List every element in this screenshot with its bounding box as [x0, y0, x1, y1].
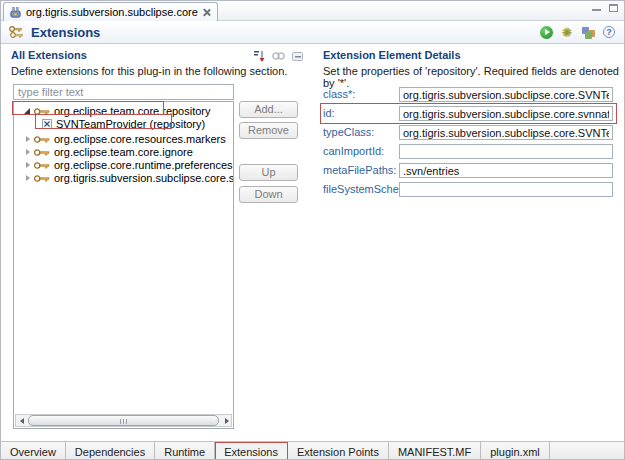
tree-item-repository[interactable]: org.eclipse.team.core.repository	[14, 104, 211, 118]
chevron-collapsed-icon[interactable]	[26, 149, 30, 155]
form-header: Extensions ✺	[1, 21, 624, 44]
editor-tab-strip: org.tigris.subversion.subclipse.core	[1, 1, 624, 21]
scroll-right-icon[interactable]	[220, 415, 231, 426]
remove-button[interactable]: Remove	[239, 122, 298, 139]
tab-extension-points[interactable]: Extension Points	[288, 442, 389, 460]
extension-point-icon	[34, 174, 50, 183]
tab-dependencies[interactable]: Dependencies	[66, 442, 155, 460]
tab-extensions[interactable]: Extensions	[215, 442, 288, 460]
canimportid-field[interactable]	[399, 144, 613, 159]
metafilepaths-field[interactable]	[399, 163, 613, 178]
tree-item-label: org.eclipse.core.runtime.preferences	[54, 159, 233, 171]
metafilepaths-label: metaFilePaths:	[323, 163, 396, 178]
chevron-collapsed-icon[interactable]	[26, 162, 30, 168]
extension-point-icon	[34, 148, 50, 157]
maximize-icon[interactable]	[609, 4, 618, 12]
tab-runtime[interactable]: Runtime	[155, 442, 215, 460]
chevron-collapsed-icon[interactable]	[26, 175, 30, 181]
export-icon[interactable]	[581, 25, 595, 39]
down-button[interactable]: Down	[239, 186, 298, 203]
extension-point-icon	[34, 135, 50, 144]
tree-item-label: org.tigris.subversion.subclipse.core.svn…	[54, 172, 234, 184]
plugin-manifest-editor: org.tigris.subversion.subclipse.core Ext…	[0, 0, 625, 460]
scrollbar-thumb[interactable]	[28, 415, 219, 426]
page-title: Extensions	[31, 25, 100, 40]
minimize-icon[interactable]	[592, 4, 601, 12]
editor-tab-title: org.tigris.subversion.subclipse.core	[26, 6, 198, 18]
extension-point-icon	[34, 161, 50, 170]
close-icon[interactable]	[202, 8, 211, 17]
plugin-icon	[9, 6, 22, 19]
editor-page-tabs: Overview Dependencies Runtime Extensions…	[1, 441, 624, 460]
extension-element-icon	[42, 119, 52, 129]
run-icon[interactable]	[539, 25, 553, 39]
element-details-title: Extension Element Details	[323, 49, 461, 61]
linked-mode-icon[interactable]	[272, 50, 285, 63]
scroll-left-icon[interactable]	[16, 415, 27, 426]
all-extensions-description: Define extensions for this plug-in in th…	[11, 65, 287, 77]
sort-alphabetically-icon[interactable]	[253, 50, 266, 63]
tree-item-svnpropertytypes[interactable]: org.tigris.subversion.subclipse.core.svn…	[14, 171, 234, 185]
collapse-all-icon[interactable]	[291, 50, 304, 63]
tree-item-preferences[interactable]: org.eclipse.core.runtime.preferences	[14, 158, 233, 172]
tree-item-ignore[interactable]: org.eclipse.team.core.ignore	[14, 145, 193, 159]
tree-item-label: org.eclipse.core.resources.markers	[54, 133, 226, 145]
extensions-page-icon	[9, 25, 25, 39]
tree-item-markers[interactable]: org.eclipse.core.resources.markers	[14, 132, 226, 146]
chevron-collapsed-icon[interactable]	[26, 136, 30, 142]
add-button[interactable]: Add...	[239, 101, 298, 118]
up-button[interactable]: Up	[239, 164, 298, 181]
horizontal-scrollbar[interactable]	[15, 414, 232, 427]
gear-icon[interactable]: ✺	[560, 25, 574, 39]
extensions-tree[interactable]: org.eclipse.team.core.repository SVNTeam…	[13, 101, 234, 429]
extension-point-icon	[34, 107, 50, 116]
tree-item-svnteamprovider[interactable]: SVNTeamProvider (repository)	[14, 117, 205, 131]
filesystemscheme-field[interactable]	[399, 182, 613, 197]
id-label: id:	[323, 106, 335, 121]
tab-plugin-xml[interactable]: plugin.xml	[481, 442, 550, 460]
element-details-description: Set the properties of 'repository'. Requ…	[323, 65, 624, 89]
class-field[interactable]	[399, 87, 613, 102]
all-extensions-title: All Extensions	[11, 49, 87, 61]
chevron-expanded-icon[interactable]	[24, 108, 30, 114]
id-field[interactable]	[399, 106, 613, 121]
tab-overview[interactable]: Overview	[1, 442, 66, 460]
canimportid-label: canImportId:	[323, 144, 384, 159]
class-label: class*:	[323, 87, 355, 102]
typeclass-label: typeClass:	[323, 125, 374, 140]
tree-item-label: org.eclipse.team.core.repository	[54, 105, 211, 117]
tab-manifest-mf[interactable]: MANIFEST.MF	[389, 442, 481, 460]
filter-input[interactable]	[13, 84, 234, 100]
tree-item-label: SVNTeamProvider (repository)	[56, 118, 205, 130]
tree-item-label: org.eclipse.team.core.ignore	[54, 146, 193, 158]
help-icon[interactable]	[602, 25, 616, 39]
editor-tab[interactable]: org.tigris.subversion.subclipse.core	[3, 2, 218, 21]
typeclass-field[interactable]	[399, 125, 613, 140]
